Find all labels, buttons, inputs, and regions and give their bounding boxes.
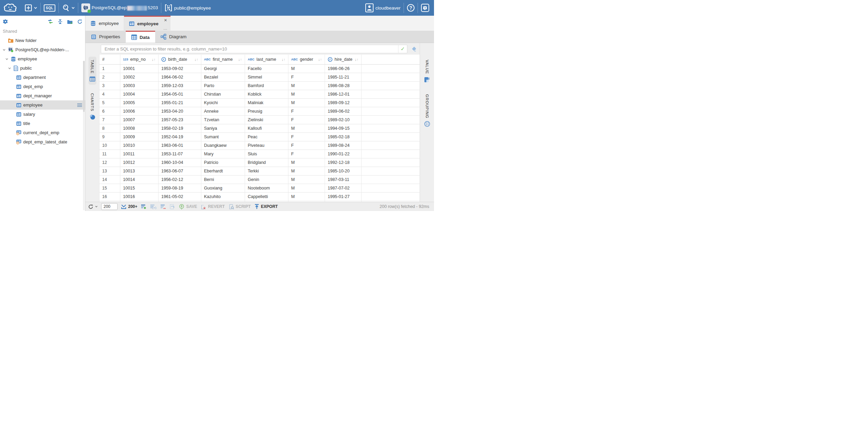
data-cell[interactable]: 1955-01-21 — [159, 99, 201, 107]
data-cell[interactable]: 1985-02-18 — [325, 133, 362, 141]
data-cell[interactable]: 10005 — [120, 99, 159, 107]
data-cell[interactable]: 1986-06-26 — [325, 65, 362, 73]
sync-connection-icon[interactable] — [48, 19, 53, 24]
duplicate-row-button[interactable]: (+) — [150, 204, 157, 209]
table-row[interactable]: 5100051955-01-21KyoichiMaliniakM1989-09-… — [99, 99, 420, 107]
data-cell[interactable]: 1964-06-02 — [159, 73, 201, 81]
data-cell[interactable]: 1959-08-19 — [159, 184, 201, 192]
navigator-settings-gear-icon[interactable] — [3, 19, 8, 24]
data-cell[interactable]: 1960-10-04 — [159, 158, 201, 167]
presentation-tab-charts[interactable]: CHARTS — [89, 90, 96, 123]
subtab-properties[interactable]: Properties — [85, 31, 126, 43]
data-cell[interactable]: Chirstian — [201, 90, 245, 98]
data-cell[interactable]: Bamford — [245, 82, 288, 90]
apply-filter-icon[interactable]: ✓ — [398, 45, 407, 53]
tree-item-public[interactable]: public — [0, 64, 85, 73]
data-cell[interactable]: Maliniak — [245, 99, 288, 107]
data-cell[interactable]: Sluis — [245, 150, 288, 158]
table-row[interactable]: 8100081958-02-19SaniyaKalloufiM1994-09-1… — [99, 124, 420, 133]
sort-icon[interactable]: ↓↑ — [152, 57, 155, 61]
data-cell[interactable]: 1992-12-18 — [325, 158, 362, 167]
table-row[interactable]: 3100031959-12-03PartoBamfordM1986-08-28 — [99, 82, 420, 90]
data-cell[interactable]: Facello — [245, 65, 288, 73]
sidebar-scrollbar[interactable] — [83, 61, 85, 210]
settings-button[interactable] — [418, 0, 434, 16]
data-cell[interactable]: Bridgland — [245, 158, 288, 167]
tree-item-employee[interactable]: employee — [0, 100, 85, 110]
tree-item-new-folder[interactable]: New folder — [0, 36, 85, 45]
data-cell[interactable]: 10001 — [120, 65, 159, 73]
data-cell[interactable]: M — [288, 124, 325, 132]
data-cell[interactable]: Piveteau — [245, 141, 288, 150]
column-header-last_name[interactable]: ABClast_name↓↑ — [245, 55, 288, 64]
expander-chevron-icon[interactable] — [2, 48, 6, 52]
table-row[interactable]: 15100151959-08-19GuoxiangNooteboomM1987-… — [99, 184, 420, 193]
tree-item-dept-manager[interactable]: dept_manager — [0, 91, 85, 100]
sql-editor-button[interactable]: SQL — [41, 0, 58, 16]
data-cell[interactable]: 10010 — [120, 141, 159, 150]
data-cell[interactable]: 1963-06-01 — [159, 141, 201, 150]
save-button[interactable]: SAVE — [179, 204, 197, 210]
data-cell[interactable]: 1954-05-01 — [159, 90, 201, 98]
tab-employee-table[interactable]: employee × … — [124, 16, 171, 31]
data-cell[interactable]: 10014 — [120, 175, 159, 184]
data-cell[interactable]: Tzvetan — [201, 116, 245, 124]
data-cell[interactable]: 1956-02-12 — [159, 175, 201, 184]
data-cell[interactable]: F — [288, 73, 325, 81]
data-cell[interactable]: Bezalel — [201, 73, 245, 81]
data-cell[interactable]: 1994-09-15 — [325, 124, 362, 132]
data-cell[interactable]: 10007 — [120, 116, 159, 124]
data-cell[interactable]: Saniya — [201, 124, 245, 132]
app-logo[interactable] — [0, 0, 21, 16]
connection-selector[interactable]: PostgreSQL@ep5203 — [78, 0, 161, 16]
data-cell[interactable]: M — [288, 158, 325, 167]
table-row[interactable]: 1100011953-09-02GeorgiFacelloM1986-06-26 — [99, 65, 420, 73]
data-cell[interactable]: F — [288, 107, 325, 115]
data-cell[interactable]: M — [288, 90, 325, 98]
tree-item-employee[interactable]: employee — [0, 54, 85, 64]
tab-menu-icon[interactable]: … — [163, 27, 168, 30]
tab-employee-database[interactable]: employee — [85, 16, 124, 31]
tree-item-current-dept-emp[interactable]: current_dept_emp — [0, 128, 85, 137]
user-menu[interactable]: cloudbeaver — [362, 0, 404, 16]
data-cell[interactable]: 1953-09-02 — [159, 65, 201, 73]
new-folder-icon[interactable] — [67, 19, 73, 24]
add-row-button[interactable] — [141, 204, 147, 209]
data-cell[interactable]: F — [288, 133, 325, 141]
data-cell[interactable]: Georgi — [201, 65, 245, 73]
table-row[interactable]: 4100041954-05-01ChirstianKoblickM1986-12… — [99, 90, 420, 99]
clear-filter-icon[interactable] — [410, 46, 418, 52]
presentation-tab-table[interactable]: TABLE — [89, 57, 96, 85]
column-header-first_name[interactable]: ABCfirst_name↓↑ — [201, 55, 245, 64]
column-header-birth_date[interactable]: birth_date↓↑ — [159, 55, 201, 64]
data-cell[interactable]: Sumant — [201, 133, 245, 141]
schema-selector[interactable]: public@employee — [161, 0, 214, 16]
data-cell[interactable]: 10008 — [120, 124, 159, 132]
panel-tab-value[interactable]: VALUE — [423, 57, 431, 86]
column-header-emp_no[interactable]: 123emp_no↓↑ — [120, 55, 159, 64]
revert-button[interactable]: REVERT — [201, 204, 225, 210]
apply-changes-button[interactable] — [169, 204, 175, 210]
data-cell[interactable]: 1958-02-19 — [159, 124, 201, 132]
table-row[interactable]: 6100061953-04-20AnnekePreusigF1989-06-02 — [99, 107, 420, 116]
data-cell[interactable]: Cappelletti — [245, 193, 288, 201]
table-row[interactable]: 11100111953-11-07MarySluisF1990-01-22 — [99, 150, 420, 158]
delete-row-button[interactable] — [160, 204, 166, 209]
close-tab-icon[interactable]: × — [164, 18, 167, 22]
data-cell[interactable]: 1985-10-20 — [325, 167, 362, 175]
collapse-all-icon[interactable] — [57, 19, 63, 24]
help-button[interactable]: ? — [404, 0, 418, 16]
data-cell[interactable]: 1953-04-20 — [159, 107, 201, 115]
data-cell[interactable]: Nooteboom — [245, 184, 288, 192]
data-cell[interactable]: 10011 — [120, 150, 159, 158]
new-connection-button[interactable] — [21, 0, 40, 16]
expander-chevron-icon[interactable] — [5, 57, 9, 61]
tree-item-dept-emp-latest-date[interactable]: dept_emp_latest_date — [0, 137, 85, 146]
table-row[interactable]: 9100091952-04-19SumantPeacF1985-02-18 — [99, 133, 420, 141]
data-cell[interactable]: 10002 — [120, 73, 159, 81]
refresh-result-button[interactable] — [88, 204, 98, 209]
data-cell[interactable]: Mary — [201, 150, 245, 158]
data-cell[interactable]: 1989-02-10 — [325, 116, 362, 124]
tree-item-dept-emp[interactable]: dept_emp — [0, 82, 85, 91]
data-cell[interactable]: 10013 — [120, 167, 159, 175]
